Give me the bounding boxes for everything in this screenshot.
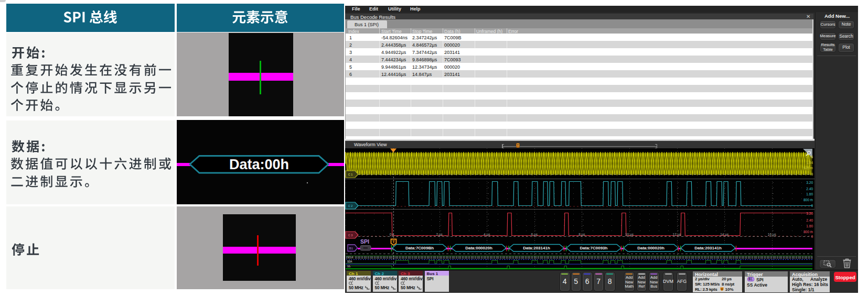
svg-text:Data:7C009Bh: Data:7C009Bh	[405, 246, 434, 250]
svg-text:C 3: C 3	[348, 234, 353, 237]
svg-text:C 1: C 1	[348, 173, 353, 176]
svg-text:U: U	[721, 288, 723, 291]
svg-text:C 2: C 2	[348, 204, 353, 207]
svg-text:Data:203141h: Data:203141h	[523, 246, 550, 250]
svg-text:Data:203141h: Data:203141h	[694, 246, 722, 250]
svg-text:Data:000020h: Data:000020h	[637, 246, 665, 250]
svg-text:Data:00h: Data:00h	[229, 157, 289, 172]
svg-text:Data:000020h: Data:000020h	[465, 246, 492, 250]
svg-text:B1: B1	[349, 247, 353, 250]
svg-text:T: T	[392, 239, 395, 244]
svg-text:Data:7C0093h: Data:7C0093h	[580, 246, 608, 250]
